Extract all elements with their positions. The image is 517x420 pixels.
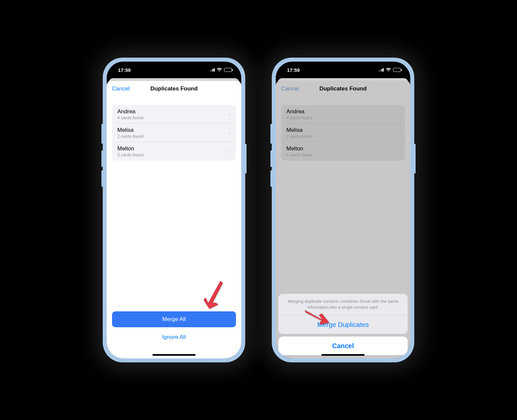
home-indicator[interactable]: [321, 354, 365, 356]
home-indicator[interactable]: [152, 354, 196, 356]
wifi-icon: [217, 67, 222, 73]
signal-icon: [210, 68, 215, 72]
action-sheet-cancel-button[interactable]: Cancel: [278, 337, 408, 355]
action-sheet-message: Merging duplicate contacts combines thos…: [278, 294, 408, 315]
phone-frame-left: 17:59 Cancel Duplicates Found: [103, 58, 245, 362]
list-item[interactable]: Melisa 2 cards found ›: [112, 124, 236, 142]
annotation-arrow-icon: [202, 280, 225, 311]
contact-sub: 2 cards found: [117, 134, 144, 139]
nav-bar: Cancel Duplicates Found: [107, 81, 241, 97]
notch: [318, 62, 368, 72]
battery-icon: [393, 68, 401, 72]
battery-icon: [224, 68, 232, 72]
contact-sub: 4 cards found: [117, 115, 144, 120]
list-item[interactable]: Melton 5 cards found ›: [112, 142, 236, 161]
merge-all-button[interactable]: Merge All: [112, 311, 236, 327]
duplicates-list: Andrea 4 cards found › Melisa 2 cards fo…: [112, 105, 236, 161]
status-time: 17:59: [287, 67, 300, 73]
contact-name: Andrea: [117, 108, 144, 115]
page-title: Duplicates Found: [150, 85, 198, 92]
contact-sub: 5 cards found: [117, 152, 144, 157]
status-time: 17:59: [118, 67, 131, 73]
ignore-all-button[interactable]: Ignore All: [112, 329, 236, 345]
contact-name: Melton: [117, 145, 144, 152]
list-item[interactable]: Andrea 4 cards found ›: [112, 105, 236, 124]
annotation-arrow-icon: [303, 308, 330, 327]
action-sheet: Merging duplicate contacts combines thos…: [276, 81, 410, 358]
chevron-right-icon: ›: [229, 111, 231, 118]
signal-icon: [379, 68, 384, 72]
phone-frame-right: 17:59 Cancel Duplicates Found: [272, 58, 414, 362]
chevron-right-icon: ›: [229, 130, 231, 136]
wifi-icon: [386, 67, 391, 73]
merge-duplicates-button[interactable]: Merge Duplicates: [278, 315, 408, 334]
chevron-right-icon: ›: [229, 148, 231, 155]
cancel-button[interactable]: Cancel: [112, 85, 130, 92]
contact-name: Melisa: [117, 127, 144, 133]
notch: [149, 62, 199, 72]
